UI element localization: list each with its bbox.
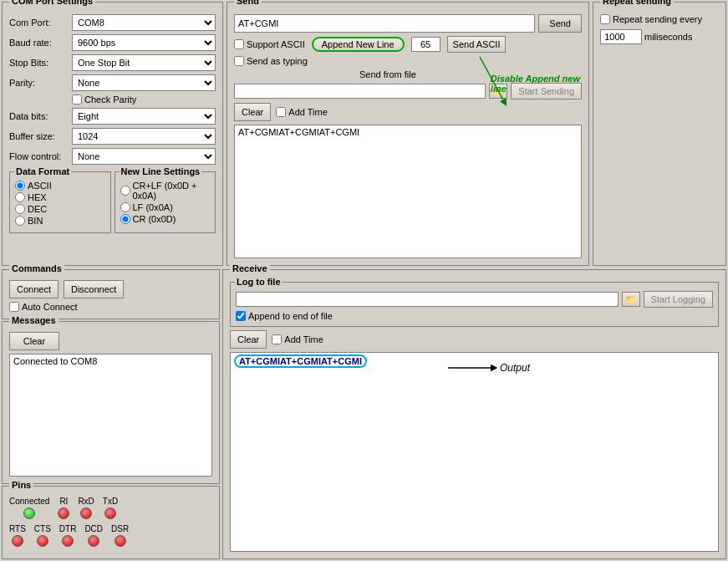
buffer-size-label: Buffer size:	[9, 131, 72, 141]
output-arrow-svg	[448, 360, 498, 376]
messages-area: Connected to COM8	[9, 354, 212, 477]
bin-radio[interactable]	[15, 216, 25, 226]
receive-clear-button[interactable]: Clear	[230, 330, 267, 349]
buffer-size-select[interactable]: 1024	[72, 128, 216, 145]
repeat-interval-input[interactable]	[600, 29, 642, 44]
append-to-file-checkbox[interactable]	[236, 311, 246, 321]
dec-radio[interactable]	[15, 204, 25, 214]
messages-panel: Messages Clear Connected to COM8	[2, 321, 220, 484]
repeat-sending-title: Repeat sending	[600, 0, 674, 6]
bin-radio-label[interactable]: BIN	[15, 216, 105, 226]
pin-rxd: RxD	[78, 497, 94, 519]
svg-line-0	[480, 57, 505, 103]
bottom-left: Commands Connect Disconnect Auto Connect…	[0, 268, 221, 561]
new-line-panel: New Line Settings CR+LF (0x0D + 0x0A) LF…	[115, 171, 216, 233]
cr-radio-label[interactable]: CR (0x0D)	[120, 214, 211, 224]
repeat-sending-panel: Repeat sending Repeat sending every mili…	[593, 2, 726, 266]
repeat-sending-checkbox[interactable]	[600, 14, 610, 24]
flow-control-select[interactable]: None	[72, 148, 216, 165]
disconnect-button[interactable]: Disconnect	[64, 280, 124, 298]
stop-bits-select[interactable]: One Stop Bit	[72, 54, 216, 71]
com-port-select[interactable]: COM8	[72, 14, 216, 31]
pins-panel: Pins Connected RI RxD TxD	[2, 486, 220, 559]
connect-button[interactable]: Connect	[9, 280, 59, 298]
send-as-typing-label[interactable]: Send as typing	[234, 56, 308, 66]
pin-ri-led	[58, 507, 69, 519]
messages-text: Connected to COM8	[13, 356, 97, 366]
pins-title: Pins	[9, 480, 33, 490]
check-parity-checkbox-label[interactable]: Check Parity	[72, 94, 216, 105]
pin-connected: Connected	[9, 497, 49, 519]
pin-dsr-led	[115, 535, 126, 547]
parity-select[interactable]: None	[72, 74, 216, 91]
com-port-label: Com Port:	[9, 18, 72, 28]
new-line-title: New Line Settings	[120, 166, 202, 176]
data-format-title: Data Format	[14, 166, 71, 176]
add-time-label[interactable]: Add Time	[276, 107, 327, 117]
pin-dcd: DCD	[84, 524, 103, 547]
data-bits-select[interactable]: Eight	[72, 108, 216, 125]
log-to-file-title: Log to file	[235, 277, 283, 287]
crlf-radio[interactable]	[120, 186, 130, 196]
support-ascii-label[interactable]: Support ASCII	[234, 39, 305, 49]
ascii-value-input[interactable]	[411, 37, 440, 52]
send-button[interactable]: Send	[538, 14, 582, 33]
output-label: Output	[500, 362, 530, 374]
output-annotation-group: Output	[448, 360, 530, 376]
repeat-sending-checkbox-label[interactable]: Repeat sending every	[600, 14, 719, 24]
send-title: Send	[234, 0, 262, 6]
send-as-typing-checkbox[interactable]	[234, 56, 244, 66]
dec-radio-label[interactable]: DEC	[15, 204, 105, 214]
receive-add-time-label[interactable]: Add Time	[272, 334, 323, 344]
pin-txd-led	[104, 507, 116, 519]
send-from-file-input[interactable]	[234, 84, 486, 99]
auto-connect-checkbox[interactable]	[9, 302, 19, 312]
ascii-radio-label[interactable]: ASCII	[15, 181, 105, 191]
receive-panel: Receive Log to file 📁 Start Logging Appe…	[222, 269, 726, 559]
add-time-checkbox[interactable]	[276, 107, 286, 117]
pin-rts-led	[12, 535, 23, 547]
hex-radio-label[interactable]: HEX	[15, 192, 105, 202]
receive-highlighted-text: AT+CGMIAT+CGMIAT+CGMI	[234, 354, 367, 368]
send-text-area-wrapper: AT+CGMIAT+CGMIAT+CGMI	[234, 125, 582, 258]
flow-control-label: Flow control:	[9, 151, 72, 161]
send-input[interactable]	[234, 14, 535, 33]
com-port-title: COM Port Settings	[9, 0, 95, 6]
commands-title: Commands	[9, 263, 64, 273]
messages-title: Messages	[9, 315, 59, 325]
append-new-line-button[interactable]: Append New Line	[312, 37, 405, 52]
send-from-file-label: Send from file	[359, 69, 416, 79]
parity-label: Parity:	[9, 78, 72, 88]
baud-rate-select[interactable]: 9600 bps	[72, 34, 216, 51]
crlf-radio-label[interactable]: CR+LF (0x0D + 0x0A)	[120, 181, 211, 201]
send-clear-button[interactable]: Clear	[234, 103, 271, 121]
pin-rts: RTS	[9, 524, 26, 547]
support-ascii-checkbox[interactable]	[234, 39, 244, 49]
receive-title: Receive	[230, 263, 270, 273]
start-logging-button[interactable]: Start Logging	[644, 291, 713, 308]
ascii-radio[interactable]	[15, 181, 25, 191]
check-parity-checkbox[interactable]	[72, 94, 82, 105]
log-browse-button[interactable]: 📁	[622, 292, 640, 307]
log-file-input[interactable]	[236, 292, 619, 307]
pin-dtr-led	[62, 535, 74, 547]
receive-area-wrapper: AT+CGMIAT+CGMIAT+CGMI Output	[230, 352, 719, 552]
auto-connect-label[interactable]: Auto Connect	[9, 302, 212, 312]
append-to-file-label[interactable]: Append to end of file	[236, 311, 713, 321]
lf-radio-label[interactable]: LF (0x0A)	[120, 202, 211, 212]
log-to-file-panel: Log to file 📁 Start Logging Append to en…	[230, 282, 719, 327]
pin-dsr: DSR	[111, 524, 129, 547]
pin-connected-led	[23, 507, 35, 519]
lf-radio[interactable]	[120, 202, 130, 212]
commands-panel: Commands Connect Disconnect Auto Connect	[2, 269, 220, 319]
baud-rate-label: Baud rate:	[9, 38, 72, 48]
receive-add-time-checkbox[interactable]	[272, 334, 282, 344]
pin-dtr: DTR	[59, 524, 77, 547]
cr-radio[interactable]	[120, 214, 130, 224]
send-text-area[interactable]: AT+CGMIAT+CGMIAT+CGMI	[235, 125, 581, 258]
receive-area: AT+CGMIAT+CGMIAT+CGMI	[231, 353, 718, 551]
messages-clear-button[interactable]: Clear	[9, 332, 59, 350]
hex-radio[interactable]	[15, 192, 25, 202]
data-format-panel: Data Format ASCII HEX DEC	[9, 171, 111, 233]
com-port-panel: COM Port Settings Com Port: COM8 Baud ra…	[2, 2, 223, 266]
